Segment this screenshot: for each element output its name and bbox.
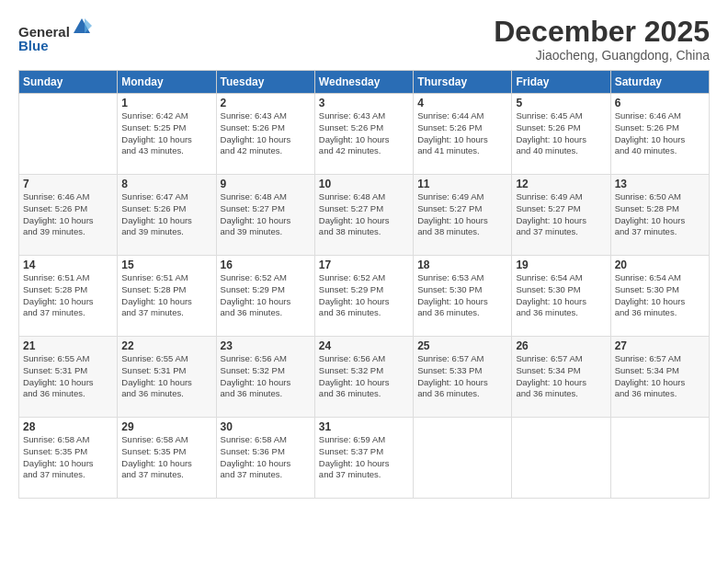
calendar-cell: 22Sunrise: 6:55 AM Sunset: 5:31 PM Dayli…	[118, 337, 216, 418]
calendar-cell: 15Sunrise: 6:51 AM Sunset: 5:28 PM Dayli…	[118, 256, 216, 337]
calendar-cell: 21Sunrise: 6:55 AM Sunset: 5:31 PM Dayli…	[19, 337, 118, 418]
day-number: 6	[615, 97, 705, 109]
day-number: 4	[417, 97, 507, 109]
calendar-header: SundayMondayTuesdayWednesdayThursdayFrid…	[19, 71, 710, 94]
weekday-header: Wednesday	[314, 71, 413, 94]
calendar-cell: 12Sunrise: 6:49 AM Sunset: 5:27 PM Dayli…	[512, 175, 610, 256]
calendar-cell	[414, 418, 512, 499]
weekday-header: Friday	[512, 71, 610, 94]
weekday-header: Saturday	[610, 71, 709, 94]
calendar-cell: 6Sunrise: 6:46 AM Sunset: 5:26 PM Daylig…	[610, 94, 709, 175]
day-number: 15	[121, 259, 211, 271]
day-number: 11	[417, 178, 507, 190]
day-number: 17	[319, 259, 409, 271]
calendar-cell: 8Sunrise: 6:47 AM Sunset: 5:26 PM Daylig…	[118, 175, 216, 256]
day-number: 20	[615, 259, 705, 271]
calendar-cell: 18Sunrise: 6:53 AM Sunset: 5:30 PM Dayli…	[414, 256, 512, 337]
day-info: Sunrise: 6:49 AM Sunset: 5:27 PM Dayligh…	[516, 191, 606, 238]
title-block: December 2025 Jiaocheng, Guangdong, Chin…	[494, 17, 710, 63]
calendar-cell	[610, 418, 709, 499]
day-info: Sunrise: 6:42 AM Sunset: 5:25 PM Dayligh…	[121, 110, 211, 157]
day-number: 23	[221, 339, 311, 352]
day-info: Sunrise: 6:55 AM Sunset: 5:31 PM Dayligh…	[121, 353, 211, 400]
calendar-cell: 4Sunrise: 6:44 AM Sunset: 5:26 PM Daylig…	[414, 94, 512, 175]
page-header: General Blue December 2025 Jiaocheng, Gu…	[18, 17, 710, 63]
day-number: 2	[221, 97, 311, 109]
weekday-header: Monday	[118, 71, 216, 94]
day-number: 1	[121, 97, 211, 109]
calendar-page: General Blue December 2025 Jiaocheng, Gu…	[0, 0, 728, 563]
calendar-table: SundayMondayTuesdayWednesdayThursdayFrid…	[18, 70, 710, 499]
calendar-week-row: 7Sunrise: 6:46 AM Sunset: 5:26 PM Daylig…	[19, 175, 710, 256]
calendar-cell	[19, 94, 118, 175]
day-number: 10	[319, 178, 409, 190]
calendar-cell	[512, 418, 610, 499]
calendar-cell: 29Sunrise: 6:58 AM Sunset: 5:35 PM Dayli…	[118, 418, 216, 499]
calendar-cell: 7Sunrise: 6:46 AM Sunset: 5:26 PM Daylig…	[19, 175, 118, 256]
day-number: 30	[221, 420, 311, 433]
calendar-cell: 1Sunrise: 6:42 AM Sunset: 5:25 PM Daylig…	[118, 94, 216, 175]
day-number: 19	[516, 259, 606, 271]
day-info: Sunrise: 6:52 AM Sunset: 5:29 PM Dayligh…	[319, 272, 409, 319]
day-info: Sunrise: 6:55 AM Sunset: 5:31 PM Dayligh…	[23, 353, 113, 400]
weekday-header: Sunday	[19, 71, 118, 94]
day-number: 22	[121, 339, 211, 352]
logo-blue: Blue	[18, 38, 49, 53]
day-info: Sunrise: 6:54 AM Sunset: 5:30 PM Dayligh…	[516, 272, 606, 319]
calendar-week-row: 14Sunrise: 6:51 AM Sunset: 5:28 PM Dayli…	[19, 256, 710, 337]
day-number: 3	[319, 97, 409, 109]
day-info: Sunrise: 6:46 AM Sunset: 5:26 PM Dayligh…	[615, 110, 705, 157]
day-info: Sunrise: 6:49 AM Sunset: 5:27 PM Dayligh…	[417, 191, 507, 238]
calendar-cell: 5Sunrise: 6:45 AM Sunset: 5:26 PM Daylig…	[512, 94, 610, 175]
day-info: Sunrise: 6:45 AM Sunset: 5:26 PM Dayligh…	[516, 110, 606, 157]
calendar-cell: 20Sunrise: 6:54 AM Sunset: 5:30 PM Dayli…	[610, 256, 709, 337]
day-info: Sunrise: 6:57 AM Sunset: 5:34 PM Dayligh…	[615, 353, 705, 400]
day-info: Sunrise: 6:43 AM Sunset: 5:26 PM Dayligh…	[319, 110, 409, 157]
day-number: 25	[417, 339, 507, 352]
calendar-cell: 3Sunrise: 6:43 AM Sunset: 5:26 PM Daylig…	[314, 94, 413, 175]
day-number: 7	[23, 178, 113, 190]
day-info: Sunrise: 6:57 AM Sunset: 5:34 PM Dayligh…	[516, 353, 606, 400]
day-info: Sunrise: 6:43 AM Sunset: 5:26 PM Dayligh…	[221, 110, 311, 157]
calendar-cell: 24Sunrise: 6:56 AM Sunset: 5:32 PM Dayli…	[314, 337, 413, 418]
calendar-cell: 25Sunrise: 6:57 AM Sunset: 5:33 PM Dayli…	[414, 337, 512, 418]
day-number: 12	[516, 178, 606, 190]
day-number: 28	[23, 420, 113, 433]
day-info: Sunrise: 6:58 AM Sunset: 5:36 PM Dayligh…	[221, 434, 311, 481]
calendar-cell: 27Sunrise: 6:57 AM Sunset: 5:34 PM Dayli…	[610, 337, 709, 418]
day-info: Sunrise: 6:56 AM Sunset: 5:32 PM Dayligh…	[221, 353, 311, 400]
day-number: 16	[221, 259, 311, 271]
day-info: Sunrise: 6:56 AM Sunset: 5:32 PM Dayligh…	[319, 353, 409, 400]
day-info: Sunrise: 6:53 AM Sunset: 5:30 PM Dayligh…	[417, 272, 507, 319]
calendar-cell: 13Sunrise: 6:50 AM Sunset: 5:28 PM Dayli…	[610, 175, 709, 256]
day-info: Sunrise: 6:57 AM Sunset: 5:33 PM Dayligh…	[417, 353, 507, 400]
calendar-cell: 9Sunrise: 6:48 AM Sunset: 5:27 PM Daylig…	[216, 175, 314, 256]
weekday-header: Thursday	[414, 71, 512, 94]
calendar-week-row: 1Sunrise: 6:42 AM Sunset: 5:25 PM Daylig…	[19, 94, 710, 175]
weekday-header: Tuesday	[216, 71, 314, 94]
calendar-cell: 23Sunrise: 6:56 AM Sunset: 5:32 PM Dayli…	[216, 337, 314, 418]
day-info: Sunrise: 6:51 AM Sunset: 5:28 PM Dayligh…	[121, 272, 211, 319]
day-info: Sunrise: 6:47 AM Sunset: 5:26 PM Dayligh…	[121, 191, 211, 238]
calendar-cell: 11Sunrise: 6:49 AM Sunset: 5:27 PM Dayli…	[414, 175, 512, 256]
logo: General Blue	[18, 17, 92, 53]
day-number: 24	[319, 339, 409, 352]
day-number: 29	[121, 420, 211, 433]
calendar-cell: 16Sunrise: 6:52 AM Sunset: 5:29 PM Dayli…	[216, 256, 314, 337]
day-number: 26	[516, 339, 606, 352]
day-number: 13	[615, 178, 705, 190]
day-info: Sunrise: 6:44 AM Sunset: 5:26 PM Dayligh…	[417, 110, 507, 157]
calendar-week-row: 21Sunrise: 6:55 AM Sunset: 5:31 PM Dayli…	[19, 337, 710, 418]
logo-icon	[72, 17, 92, 37]
day-info: Sunrise: 6:58 AM Sunset: 5:35 PM Dayligh…	[23, 434, 113, 481]
day-number: 21	[23, 339, 113, 352]
calendar-cell: 28Sunrise: 6:58 AM Sunset: 5:35 PM Dayli…	[19, 418, 118, 499]
calendar-cell: 14Sunrise: 6:51 AM Sunset: 5:28 PM Dayli…	[19, 256, 118, 337]
calendar-cell: 31Sunrise: 6:59 AM Sunset: 5:37 PM Dayli…	[314, 418, 413, 499]
day-number: 31	[319, 420, 409, 433]
day-info: Sunrise: 6:52 AM Sunset: 5:29 PM Dayligh…	[221, 272, 311, 319]
day-number: 8	[121, 178, 211, 190]
calendar-cell: 26Sunrise: 6:57 AM Sunset: 5:34 PM Dayli…	[512, 337, 610, 418]
calendar-cell: 2Sunrise: 6:43 AM Sunset: 5:26 PM Daylig…	[216, 94, 314, 175]
calendar-cell: 10Sunrise: 6:48 AM Sunset: 5:27 PM Dayli…	[314, 175, 413, 256]
